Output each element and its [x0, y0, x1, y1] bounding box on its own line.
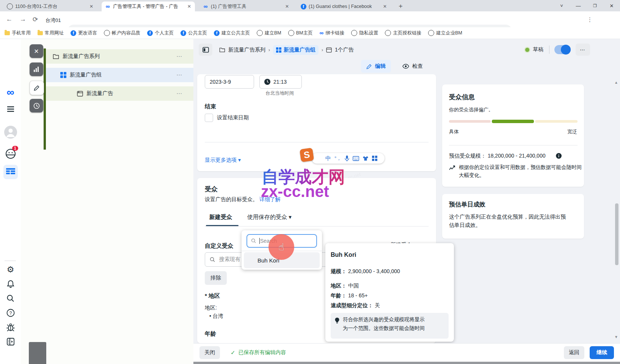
- caret-down-icon: ▾: [238, 157, 241, 163]
- adset-grid-icon: [276, 47, 281, 53]
- more-options-link[interactable]: 显示更多选项 ▾: [205, 157, 241, 164]
- tab-ads-manager-active[interactable]: ∞ 广告管理工具 - 管理广告 - 广告 ✕: [102, 2, 195, 11]
- bug-report-icon[interactable]: [0, 323, 21, 331]
- window-minimize-icon[interactable]: —: [570, 3, 587, 9]
- audience-info-subtitle: 你的受众选择偏广。: [449, 106, 493, 113]
- tree-row-adset[interactable]: 新流量广告组 ⋯: [46, 68, 193, 82]
- bookmark-item[interactable]: 常用网址: [38, 30, 64, 36]
- meta-logo[interactable]: ∞: [0, 86, 21, 98]
- ads-manager-nav-icon[interactable]: [0, 165, 21, 179]
- row-menu-icon[interactable]: ⋯: [176, 72, 183, 78]
- main-menu-icon[interactable]: [0, 106, 21, 112]
- editor-edit-button[interactable]: [30, 81, 44, 95]
- end-date-checkbox[interactable]: [205, 114, 213, 122]
- row-menu-icon[interactable]: ⋯: [176, 53, 183, 60]
- search-icon[interactable]: [0, 294, 21, 303]
- adset-more-menu-button[interactable]: ⋯: [576, 44, 590, 56]
- search-icon: [210, 257, 215, 262]
- back-button-footer[interactable]: 返回: [564, 346, 584, 359]
- tab-workbench[interactable]: 1100-台湾01-工作台 ✕: [4, 2, 97, 11]
- browser-menu-icon[interactable]: ⋮: [587, 16, 593, 23]
- keyboard-icon[interactable]: [353, 156, 359, 161]
- draft-dot-icon: [525, 48, 529, 52]
- editor-close-button[interactable]: ✕: [30, 44, 43, 58]
- window-chevron-icon[interactable]: ˅: [553, 3, 570, 9]
- tab-ads-manager-2[interactable]: ∞ (1) 广告管理工具 ✕: [199, 2, 293, 11]
- tab-close-icon[interactable]: ✕: [187, 4, 192, 9]
- close-button[interactable]: 关闭: [199, 346, 220, 359]
- reload-button[interactable]: ⟳: [33, 16, 38, 23]
- tip-text: 为一个范围。这些数据可能会随时间: [343, 325, 425, 332]
- exclude-button[interactable]: 排除: [205, 271, 227, 285]
- forward-button[interactable]: →: [20, 16, 26, 23]
- end-date-checkbox-label: 设置结束日期: [217, 114, 249, 121]
- scrollbar-down-arrow[interactable]: ▼: [614, 335, 618, 339]
- globe-icon: [257, 30, 263, 36]
- settings-gear-icon[interactable]: ⚙: [0, 265, 21, 275]
- bookmark-item[interactable]: BM主页: [288, 30, 313, 36]
- tab-saved-audience[interactable]: 使用保存的受众 ▾: [247, 214, 292, 221]
- account-avatar[interactable]: [0, 125, 21, 139]
- back-button[interactable]: ←: [6, 16, 13, 23]
- tree-row-ad[interactable]: 新流量广告 ⋯: [46, 86, 193, 101]
- ime-menu-grid-icon[interactable]: [372, 156, 377, 161]
- estimate-note: 根据你的定位设置和可用数据，预估数据可能会随时间: [459, 164, 582, 171]
- info-icon[interactable]: [556, 153, 562, 159]
- breadcrumb-ad[interactable]: 1个广告: [335, 47, 354, 53]
- edit-label: 编辑: [375, 63, 386, 70]
- bookmark-item[interactable]: ∞绑卡链接: [320, 30, 345, 36]
- gauge-segment-current: [492, 120, 534, 123]
- bookmark-item[interactable]: 建立企业BM: [428, 30, 462, 36]
- row-menu-icon[interactable]: ⋯: [176, 90, 183, 97]
- new-tab-button[interactable]: ＋: [397, 2, 404, 10]
- tab-close-icon[interactable]: ✕: [284, 4, 290, 9]
- bookmark-item[interactable]: 建立BM: [257, 30, 281, 36]
- bookmark-item[interactable]: 手机常用: [5, 30, 31, 36]
- review-tab[interactable]: 检查: [399, 60, 426, 73]
- dark-block-artifact: [29, 342, 46, 364]
- app-left-rail: ∞ 1 ⚙: [0, 39, 21, 364]
- breadcrumb-adset-chip[interactable]: 新流量广告组: [273, 45, 319, 55]
- edit-tab[interactable]: 编辑: [361, 60, 391, 73]
- ime-toolbar[interactable]: 中 °，: [312, 153, 385, 164]
- start-date-field[interactable]: 2023-3-9: [205, 75, 254, 89]
- bookmark-item[interactable]: 主页授权链接: [385, 30, 421, 36]
- scrollbar-thumb[interactable]: [615, 203, 618, 265]
- breadcrumb-campaign[interactable]: 新流量广告系列: [228, 47, 265, 53]
- start-time-field[interactable]: 21:13: [259, 75, 302, 89]
- scrollbar-up-arrow[interactable]: ▲: [614, 80, 618, 84]
- sogou-logo[interactable]: S: [300, 148, 314, 162]
- collapse-panel-icon[interactable]: [0, 337, 21, 346]
- browser-profile-label[interactable]: 台湾01: [46, 17, 61, 24]
- folder-icon: [219, 47, 225, 53]
- help-icon[interactable]: ?: [0, 309, 21, 317]
- window-restore-icon[interactable]: ❐: [587, 3, 603, 8]
- tab-facebook-page[interactable]: f (1) Guanxi clothes | Facebook ✕: [297, 2, 391, 11]
- toggle-tree-panel-button[interactable]: [199, 44, 212, 56]
- tab-close-icon[interactable]: ✕: [89, 4, 94, 9]
- continue-button[interactable]: 继续: [590, 346, 614, 359]
- skin-shirt-icon[interactable]: [363, 156, 369, 161]
- bookmark-item[interactable]: f公共主页: [181, 30, 207, 36]
- bell-icon[interactable]: [0, 280, 21, 288]
- editor-history-button[interactable]: [30, 99, 43, 112]
- globe-icon: [288, 30, 294, 36]
- bookmark-item[interactable]: f更改语言: [71, 30, 97, 36]
- ime-mode-chinese[interactable]: 中: [325, 155, 331, 162]
- ime-punctuation[interactable]: °，: [334, 155, 341, 162]
- tab-new-audience[interactable]: 新建受众: [209, 214, 232, 221]
- tree-row-campaign[interactable]: 新流量广告系列 ⋯: [46, 49, 193, 64]
- bookmark-item[interactable]: 帐户内容品质: [104, 30, 140, 36]
- bookmark-item[interactable]: f个人主页: [147, 30, 174, 36]
- bookmark-item[interactable]: 隐私设置: [351, 30, 378, 36]
- editor-chart-button[interactable]: [30, 62, 43, 76]
- bookmark-item[interactable]: f建立公共主页: [214, 30, 250, 36]
- window-close-icon[interactable]: ✕: [603, 3, 620, 9]
- draft-label: 草稿: [533, 46, 543, 53]
- adset-active-toggle[interactable]: [554, 45, 570, 54]
- custom-audience-label: 自定义受众: [205, 242, 233, 250]
- tab-close-icon[interactable]: ✕: [382, 4, 388, 9]
- mic-icon[interactable]: [345, 155, 349, 161]
- notifications-face-icon[interactable]: 1: [0, 148, 21, 159]
- popup-age-row: 年龄： 18 - 65+: [331, 292, 368, 299]
